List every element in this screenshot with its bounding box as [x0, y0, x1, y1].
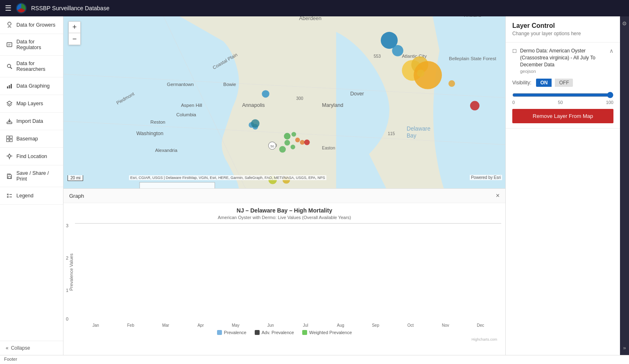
svg-rect-15 [10, 139, 12, 142]
layer-expand-icon[interactable]: ∧ [609, 47, 613, 54]
chart-legend: Prevalence Adv. Prevalence Weighted Prev… [68, 328, 501, 337]
x-label-dec: Dec [463, 323, 498, 328]
collapse-label: Collapse [11, 345, 30, 351]
svg-point-5 [7, 64, 11, 68]
svg-point-70 [285, 140, 290, 146]
map-svg: Aberdeen Atlantic City Germantown Columb… [63, 16, 505, 188]
svg-text:Columbia: Columbia [176, 112, 196, 117]
map-container[interactable]: Aberdeen Atlantic City Germantown Columb… [63, 16, 505, 188]
zoom-in-button[interactable]: + [69, 22, 80, 33]
svg-rect-23 [7, 194, 9, 195]
sidebar-item-data-regulators[interactable]: Data for Regulators [0, 34, 63, 56]
sidebar-label-find-location: Find Location [16, 154, 47, 159]
svg-point-67 [295, 138, 300, 142]
x-label-oct: Oct [393, 323, 428, 328]
opacity-slider[interactable] [512, 92, 613, 98]
visibility-row: Visibility: ON OFF [512, 79, 613, 87]
chart-title: NJ – Delaware Bay – High Mortality [68, 207, 501, 214]
sidebar-label-import-data: Import Data [16, 118, 43, 124]
grid-line-top [75, 223, 501, 224]
sidebar-item-data-growers[interactable]: Data for Growers [0, 16, 63, 34]
svg-text:Aberdeen: Aberdeen [299, 16, 321, 21]
layer-name: Dermo Data: American Oyster (Crassostrea… [520, 47, 606, 68]
map-attribution: Esri, CGIAR, USGS | Delaware FirstMap, V… [129, 175, 326, 180]
svg-text:Washington: Washington [136, 131, 163, 136]
svg-rect-7 [7, 86, 8, 88]
map-zoom-controls: + − [68, 21, 81, 45]
svg-point-63 [448, 80, 455, 87]
settings-icon[interactable]: ⚙ [622, 20, 627, 27]
sidebar-item-map-layers[interactable]: Map Layers [0, 95, 63, 113]
svg-rect-14 [7, 139, 9, 142]
legend-prevalence: Prevalence [217, 330, 247, 335]
opacity-mid-label: 50 [558, 100, 563, 105]
svg-rect-78 [140, 182, 215, 188]
sidebar-item-data-graphing[interactable]: Data Graphing [0, 77, 63, 95]
layer-info: Dermo Data: American Oyster (Crassostrea… [520, 47, 606, 74]
legend-color-prevalence [217, 330, 222, 335]
sidebar-item-basemap[interactable]: Basemap [0, 130, 63, 148]
x-label-feb: Feb [113, 323, 148, 328]
map-powered-by: Powered by Esri [470, 175, 502, 180]
hamburger-icon[interactable]: ☰ [5, 4, 11, 13]
graph-close-button[interactable]: × [496, 192, 500, 199]
sidebar-label-data-researchers: Data for Researchers [16, 61, 57, 72]
visibility-on-button[interactable]: ON [536, 79, 552, 87]
sidebar-label-basemap: Basemap [16, 136, 38, 142]
layer-checkbox-icon[interactable]: ☐ [512, 48, 517, 54]
layer-controls: Visibility: ON OFF 0 50 100 Remove Layer… [512, 79, 613, 123]
svg-point-64 [470, 101, 480, 111]
x-label-sep: Sep [358, 323, 393, 328]
map-layers-icon [6, 100, 13, 107]
layer-item-header: ☐ Dermo Data: American Oyster (Crassostr… [512, 47, 613, 74]
svg-text:Reston: Reston [150, 120, 165, 124]
x-label-jun: Jun [253, 323, 288, 328]
visibility-off-button[interactable]: OFF [555, 79, 573, 87]
zoom-out-button[interactable]: − [69, 33, 80, 45]
svg-rect-12 [7, 136, 9, 138]
svg-rect-11 [7, 122, 12, 124]
graph-title: Graph [69, 193, 84, 199]
svg-rect-2 [7, 43, 12, 47]
sidebar-item-find-location[interactable]: Find Location [0, 148, 63, 165]
sidebar-item-save-share[interactable]: Save / Share / Print [0, 165, 63, 187]
svg-text:Belleplain State Forest: Belleplain State Forest [449, 56, 496, 61]
chart-subtitle: American Oyster with Dermo: Live Values … [68, 215, 501, 220]
graph-panel: Graph × NJ – Delaware Bay – High Mortali… [63, 188, 505, 355]
svg-point-68 [300, 140, 304, 145]
remove-layer-button[interactable]: Remove Layer From Map [512, 109, 613, 123]
footer: Footer [0, 355, 629, 364]
svg-point-69 [304, 140, 310, 145]
legend-adv: Adv. Prevalence [255, 330, 294, 335]
sidebar-item-import-data[interactable]: Import Data [0, 113, 63, 130]
collapse-right-icon[interactable]: » [623, 345, 626, 351]
basemap-icon [6, 135, 13, 142]
sidebar-label-data-growers: Data for Growers [16, 22, 55, 28]
svg-rect-25 [7, 196, 9, 198]
sidebar-item-legend[interactable]: Legend [0, 187, 63, 205]
svg-point-1 [8, 22, 11, 25]
grid-line-mid1 [75, 223, 501, 224]
legend-icon [6, 192, 13, 199]
svg-point-56 [262, 90, 269, 97]
sidebar-label-data-graphing: Data Graphing [16, 83, 50, 89]
sidebar-label-legend: Legend [16, 193, 34, 199]
x-axis: JanFebMarAprMayJunJulAugSepOctNovDec [75, 321, 501, 328]
sidebar-item-data-researchers[interactable]: Data for Researchers [0, 56, 63, 77]
chart-area: Prevalence Values 3 2 1 0 [68, 223, 501, 321]
svg-point-72 [279, 146, 286, 153]
import-icon [6, 118, 13, 125]
y-axis-label: Prevalence Values [68, 223, 75, 321]
y-label-3: 3 [66, 223, 68, 228]
sidebar-collapse[interactable]: « Collapse [0, 341, 63, 355]
x-label-nov: Nov [428, 323, 463, 328]
app-logo [16, 2, 27, 14]
svg-text:Alexandria: Alexandria [155, 148, 178, 153]
footer-label: Footer [4, 357, 17, 362]
sidebar-label-data-regulators: Data for Regulators [16, 39, 57, 50]
svg-text:553: 553 [374, 54, 381, 59]
svg-marker-10 [7, 101, 12, 104]
svg-point-55 [392, 45, 403, 57]
growers-icon [6, 21, 13, 29]
svg-text:Germantown: Germantown [167, 82, 194, 87]
